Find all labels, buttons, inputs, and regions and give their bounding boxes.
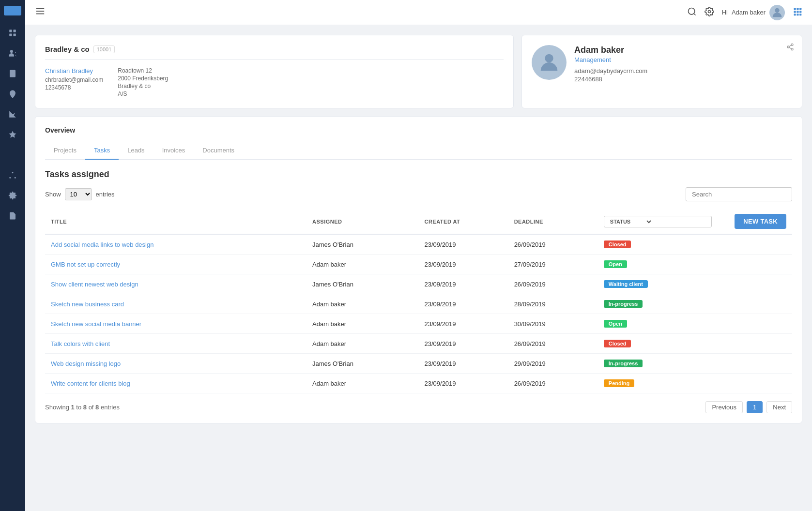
svg-point-26 [775, 8, 779, 12]
task-title-cell: Talk colors with client [45, 334, 306, 354]
task-created-cell: 23/09/2019 [418, 334, 508, 354]
task-deadline-cell: 29/09/2019 [508, 354, 598, 374]
svg-line-15 [10, 173, 13, 177]
task-title-cell: GMB not set up correctly [45, 255, 306, 274]
task-deadline-cell: 26/09/2019 [508, 234, 598, 255]
svg-marker-8 [9, 131, 16, 138]
status-badge: Open [604, 260, 627, 268]
svg-rect-35 [799, 14, 801, 15]
table-row: Show client newest web design James O'Br… [45, 274, 792, 294]
entries-select[interactable]: 10 25 50 100 [65, 188, 92, 200]
users-icon[interactable] [7, 47, 18, 59]
task-status-cell: Closed [598, 334, 718, 354]
map-icon[interactable] [7, 88, 18, 100]
task-status-cell: In-progress [598, 354, 718, 374]
company-id: 10001 [93, 45, 115, 53]
task-assigned-cell: Adam baker [306, 314, 418, 334]
task-status-cell: Closed [598, 234, 718, 255]
tab-invoices[interactable]: Invoices [153, 142, 194, 160]
svg-point-39 [791, 48, 793, 50]
dashboard-icon[interactable] [7, 27, 18, 39]
contacts-icon[interactable] [7, 68, 18, 79]
task-title-link[interactable]: Write content for clients blog [51, 380, 130, 387]
list-icon[interactable] [7, 149, 18, 161]
contact-card-header: Bradley & co 10001 [45, 45, 504, 60]
task-title-link[interactable]: Add social media links to web design [51, 241, 153, 248]
task-title-link[interactable]: Show client newest web design [51, 281, 138, 288]
page-1-button[interactable]: 1 [747, 401, 763, 413]
task-deadline-cell: 26/09/2019 [508, 374, 598, 393]
task-title-link[interactable]: GMB not set up correctly [51, 261, 120, 268]
task-title-link[interactable]: Talk colors with client [51, 340, 110, 347]
task-title-link[interactable]: Sketch new social media banner [51, 320, 141, 328]
search-input[interactable] [686, 187, 792, 201]
task-action-cell [718, 234, 792, 255]
company-name: Bradley & co [45, 45, 90, 53]
svg-rect-34 [797, 14, 798, 15]
svg-point-12 [12, 172, 14, 173]
topbar-user[interactable]: Hi Adam baker [722, 5, 785, 20]
sidebar-logo[interactable] [4, 6, 21, 15]
hi-text: Hi [722, 9, 728, 16]
pagination-info: Showing 1 to 8 of 8 entries [45, 404, 120, 411]
share-button[interactable] [786, 43, 794, 53]
svg-point-4 [10, 50, 13, 53]
chart-icon[interactable] [7, 108, 18, 120]
new-task-button[interactable]: NEW TASK [735, 214, 786, 229]
menu-icon[interactable] [35, 6, 46, 19]
task-action-cell [718, 354, 792, 374]
task-title-link[interactable]: Web design missing logo [51, 360, 121, 367]
contact-right: Roadtown 12 2000 Frederiksberg Bradley &… [118, 67, 168, 98]
tab-leads[interactable]: Leads [119, 142, 153, 160]
task-title-cell: Add social media links to web design [45, 234, 306, 255]
agent-info: Adam baker Management adam@daybydaycrm.c… [574, 45, 792, 84]
svg-line-40 [789, 47, 792, 49]
settings-icon[interactable] [7, 190, 18, 201]
task-assigned-cell: James O'Brian [306, 354, 418, 374]
star-icon[interactable] [7, 129, 18, 140]
status-badge: Pending [604, 379, 634, 387]
contact-left: Christian Bradley chrbradlet@gmail.com 1… [45, 67, 103, 98]
settings-topbar-icon[interactable] [705, 7, 714, 18]
show-label: Show [45, 191, 61, 198]
topbar: Hi Adam baker [25, 0, 812, 25]
svg-point-25 [708, 11, 710, 13]
col-action: NEW TASK [718, 209, 792, 234]
overview-card: Overview Projects Tasks Leads Invoices D… [35, 116, 802, 423]
table-row: Add social media links to web design Jam… [45, 234, 792, 255]
table-row: GMB not set up correctly Adam baker 23/0… [45, 255, 792, 274]
tab-tasks[interactable]: Tasks [85, 142, 119, 160]
svg-rect-30 [794, 11, 796, 13]
user-avatar [769, 5, 785, 20]
task-title-link[interactable]: Sketch new business card [51, 301, 124, 308]
task-action-cell [718, 255, 792, 274]
agent-name: Adam baker [574, 45, 792, 55]
contact-address3: Bradley & co [118, 83, 168, 90]
agent-avatar [532, 45, 567, 80]
status-filter[interactable]: STATUS Open Closed In-progress Pending W… [604, 216, 712, 227]
tab-documents[interactable]: Documents [194, 142, 243, 160]
svg-rect-2 [9, 34, 12, 36]
svg-rect-29 [799, 8, 801, 10]
task-status-cell: Waiting client [598, 274, 718, 294]
tab-projects[interactable]: Projects [45, 142, 85, 160]
tasks-table: TITLE ASSIGNED CREATED AT DEADLINE [45, 209, 792, 393]
contact-person-name[interactable]: Christian Bradley [45, 67, 103, 75]
status-select[interactable]: STATUS Open Closed In-progress Pending W… [608, 218, 653, 225]
next-page-button[interactable]: Next [766, 401, 792, 413]
task-assigned-cell: James O'Brian [306, 234, 418, 255]
agent-email: adam@daybydaycrm.com [574, 67, 792, 75]
task-title-cell: Write content for clients blog [45, 374, 306, 393]
network-icon[interactable] [7, 169, 18, 181]
contact-phone: 12345678 [45, 84, 103, 91]
col-status: STATUS Open Closed In-progress Pending W… [598, 209, 718, 234]
document-icon[interactable] [7, 210, 18, 222]
svg-rect-31 [797, 11, 798, 13]
search-icon[interactable] [687, 7, 697, 18]
task-status-cell: Open [598, 255, 718, 274]
tasks-controls: Show 10 25 50 100 entries [45, 187, 792, 201]
previous-page-button[interactable]: Previous [705, 401, 743, 413]
task-assigned-cell: Adam baker [306, 294, 418, 314]
grid-icon[interactable] [793, 7, 802, 18]
svg-point-36 [545, 54, 553, 62]
